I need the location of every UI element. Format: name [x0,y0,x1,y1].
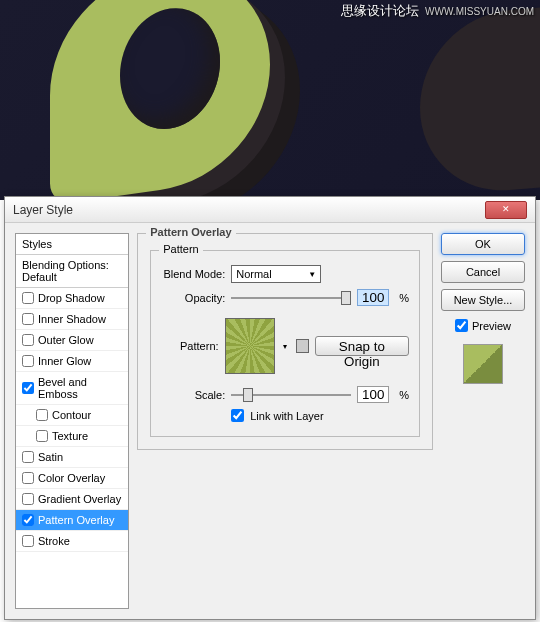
style-item-inner-shadow[interactable]: Inner Shadow [16,309,128,330]
ok-button[interactable]: OK [441,233,525,255]
style-checkbox[interactable] [22,472,34,484]
style-label: Stroke [38,535,70,547]
layer-style-dialog: Layer Style ✕ Styles Blending Options: D… [4,196,536,620]
style-checkbox[interactable] [22,451,34,463]
scale-input[interactable] [357,386,389,403]
cancel-button[interactable]: Cancel [441,261,525,283]
scale-slider[interactable] [231,394,351,396]
opacity-label: Opacity: [161,292,225,304]
style-label: Inner Shadow [38,313,106,325]
snap-to-origin-button[interactable]: Snap to Origin [315,336,409,356]
new-style-button[interactable]: New Style... [441,289,525,311]
style-item-outer-glow[interactable]: Outer Glow [16,330,128,351]
settings-panel: Pattern Overlay Pattern Blend Mode: Norm… [137,233,433,609]
opacity-unit: % [399,292,409,304]
style-item-gradient-overlay[interactable]: Gradient Overlay [16,489,128,510]
blend-mode-label: Blend Mode: [161,268,225,280]
dialog-title: Layer Style [13,203,73,217]
style-checkbox[interactable] [22,382,34,394]
style-label: Contour [52,409,91,421]
action-buttons: OK Cancel New Style... Preview [441,233,525,609]
style-label: Gradient Overlay [38,493,121,505]
style-checkbox[interactable] [36,430,48,442]
close-button[interactable]: ✕ [485,201,527,219]
style-item-inner-glow[interactable]: Inner Glow [16,351,128,372]
style-label: Pattern Overlay [38,514,114,526]
style-checkbox[interactable] [22,355,34,367]
style-label: Inner Glow [38,355,91,367]
pattern-picker-arrow[interactable]: ▾ [281,342,290,351]
artwork-preview: 思缘设计论坛WWW.MISSYUAN.COM [0,0,540,200]
letter-d-3d [50,0,270,200]
style-item-stroke[interactable]: Stroke [16,531,128,552]
styles-list: Styles Blending Options: Default Drop Sh… [15,233,129,609]
panel-title: Pattern Overlay [146,226,235,238]
style-item-bevel-and-emboss[interactable]: Bevel and Emboss [16,372,128,405]
letter-c-3d [420,2,540,198]
scale-label: Scale: [161,389,225,401]
preview-label: Preview [472,320,511,332]
watermark: 思缘设计论坛WWW.MISSYUAN.COM [341,2,534,20]
link-with-layer-label: Link with Layer [250,410,323,422]
opacity-slider[interactable] [231,297,351,299]
style-label: Color Overlay [38,472,105,484]
chevron-down-icon: ▼ [308,270,316,279]
preview-checkbox[interactable] [455,319,468,332]
style-item-satin[interactable]: Satin [16,447,128,468]
panel-subtitle: Pattern [159,243,202,255]
style-label: Outer Glow [38,334,94,346]
style-label: Satin [38,451,63,463]
new-preset-icon[interactable] [296,339,309,353]
pattern-swatch[interactable] [225,318,275,374]
style-item-contour[interactable]: Contour [16,405,128,426]
link-with-layer-checkbox[interactable] [231,409,244,422]
style-checkbox[interactable] [22,535,34,547]
style-checkbox[interactable] [22,493,34,505]
styles-header[interactable]: Styles [16,234,128,255]
style-checkbox[interactable] [22,313,34,325]
slider-thumb[interactable] [341,291,351,305]
style-item-texture[interactable]: Texture [16,426,128,447]
style-label: Drop Shadow [38,292,105,304]
blending-options[interactable]: Blending Options: Default [16,255,128,288]
style-checkbox[interactable] [22,334,34,346]
style-item-pattern-overlay[interactable]: Pattern Overlay [16,510,128,531]
style-checkbox[interactable] [36,409,48,421]
style-checkbox[interactable] [22,292,34,304]
style-checkbox[interactable] [22,514,34,526]
slider-thumb[interactable] [243,388,253,402]
scale-unit: % [399,389,409,401]
opacity-input[interactable] [357,289,389,306]
preview-swatch [463,344,503,384]
style-label: Bevel and Emboss [38,376,122,400]
style-item-color-overlay[interactable]: Color Overlay [16,468,128,489]
title-bar[interactable]: Layer Style ✕ [5,197,535,223]
pattern-label: Pattern: [161,340,218,352]
style-label: Texture [52,430,88,442]
blend-mode-dropdown[interactable]: Normal ▼ [231,265,321,283]
style-item-drop-shadow[interactable]: Drop Shadow [16,288,128,309]
